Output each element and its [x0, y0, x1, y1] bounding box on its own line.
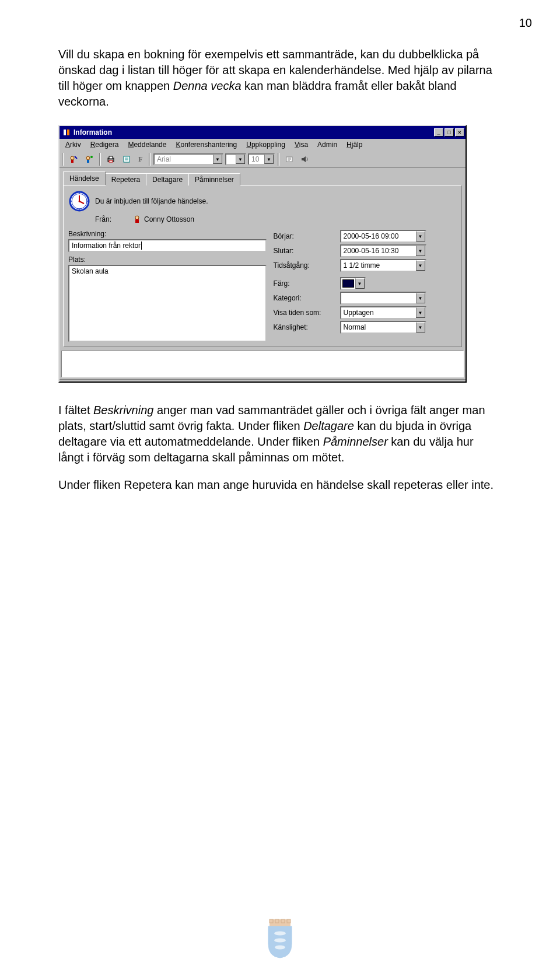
titlebar[interactable]: Information _ □ × [60, 126, 466, 139]
kanslighet-label: Känslighet: [274, 323, 338, 331]
invitation-text: Du är inbjuden till följande händelse. [95, 197, 208, 205]
toolbar-divider [62, 153, 64, 166]
minimize-button[interactable]: _ [434, 128, 443, 136]
menu-arkiv[interactable]: Arkiv [62, 140, 85, 149]
intro-paragraph-1: Vill du skapa en bokning för exempelvis … [58, 47, 502, 110]
para-3: Under fliken Repetera kan man ange huruv… [58, 477, 502, 493]
tab-handelse[interactable]: Händelse [63, 172, 106, 185]
tidsatgang-label: Tidsåtgång: [274, 261, 338, 270]
svg-rect-9 [109, 160, 113, 162]
chevron-down-icon: ▼ [416, 231, 425, 242]
slutar-value: 2000-05-16 10:30 [344, 247, 399, 255]
kanslighet-combo[interactable]: Normal ▼ [340, 321, 426, 334]
chevron-down-icon: ▼ [416, 260, 425, 271]
para-2: I fältet Beskrivning anger man vad samma… [58, 402, 502, 466]
font-size-select[interactable]: 10 ▼ [248, 153, 275, 165]
svg-rect-3 [71, 160, 74, 163]
plats-value: Skolan aula [72, 267, 108, 275]
toolbar: F Arial ▼ ▼ 10 ▼ [60, 150, 466, 168]
menu-konferenshantering[interactable]: Konferenshantering [172, 140, 240, 149]
beskrivning-value: Information från rektor [72, 242, 141, 250]
toolbar-btn-2[interactable] [82, 153, 96, 166]
font-size: 10 [251, 155, 259, 163]
chevron-down-icon: ▼ [416, 322, 425, 332]
borjar-label: Börjar: [274, 232, 338, 240]
text: I fältet [58, 404, 93, 416]
sound-icon[interactable] [298, 153, 312, 166]
beskrivning-label: Beskrivning: [68, 230, 267, 238]
svg-rect-10 [124, 156, 130, 162]
menu-redigera[interactable]: Redigera [87, 140, 123, 149]
svg-point-6 [90, 156, 93, 158]
tidsatgang-value: 1 1/2 timme [344, 261, 380, 270]
visa-tiden-combo[interactable]: Upptagen ▼ [340, 306, 426, 319]
kanslighet-value: Normal [344, 323, 366, 331]
menu-visa[interactable]: Visa [291, 140, 312, 149]
close-button[interactable]: × [455, 128, 464, 136]
window-title: Information [74, 128, 434, 136]
menu-bar: Arkiv Redigera Meddelande Konferenshante… [60, 139, 466, 150]
italic-denna-vecka: Denna vecka [173, 79, 242, 92]
visa-tiden-value: Upptagen [344, 309, 374, 317]
menu-uppkoppling[interactable]: Uppkoppling [243, 140, 289, 149]
svg-point-18 [79, 201, 80, 202]
toolbar-divider [149, 153, 150, 166]
tab-deltagare[interactable]: Deltagare [146, 173, 189, 186]
chevron-down-icon: ▼ [264, 155, 274, 164]
farg-label: Färg: [274, 279, 338, 288]
svg-rect-24 [135, 219, 139, 223]
window-border [60, 379, 466, 382]
svg-point-2 [71, 156, 74, 160]
clock-icon [68, 190, 90, 212]
plats-textarea[interactable]: Skolan aula [68, 265, 267, 342]
chevron-down-icon: ▼ [355, 278, 365, 289]
svg-point-23 [135, 216, 139, 219]
bold-button[interactable]: F [135, 153, 146, 166]
italic-paminnelser: Påminnelser [323, 435, 388, 448]
person-icon [132, 215, 142, 224]
chevron-down-icon: ▼ [236, 155, 245, 164]
slutar-combo[interactable]: 2000-05-16 10:30 ▼ [340, 244, 426, 257]
svg-rect-1 [67, 130, 69, 135]
font-name: Arial [157, 155, 171, 163]
tab-panel-handelse: Du är inbjuden till följande händelse. F… [63, 185, 462, 347]
toolbar-divider [278, 153, 279, 166]
kategori-combo[interactable]: ▼ [340, 292, 426, 304]
tab-paminnelser[interactable]: Påminnelser [188, 173, 240, 186]
font-select[interactable]: Arial ▼ [153, 153, 223, 165]
toolbar-divider [99, 153, 101, 166]
toolbar-btn-1[interactable] [66, 153, 80, 166]
menu-admin[interactable]: Admin [314, 140, 341, 149]
svg-rect-5 [87, 160, 89, 163]
menu-meddelande[interactable]: Meddelande [124, 140, 170, 149]
svg-point-4 [86, 156, 90, 160]
plats-label: Plats: [68, 256, 267, 264]
toolbar-btn-4[interactable] [120, 153, 134, 166]
tidsatgang-combo[interactable]: 1 1/2 timme ▼ [340, 259, 426, 272]
tab-strip: Händelse Repetera Deltagare Påminnelser [60, 168, 466, 185]
tab-repetera[interactable]: Repetera [105, 173, 146, 186]
visa-tiden-label: Visa tiden som: [274, 309, 338, 317]
chevron-down-icon: ▼ [416, 307, 425, 318]
svg-rect-8 [109, 156, 113, 159]
chevron-down-icon: ▼ [416, 246, 425, 256]
chevron-down-icon: ▼ [213, 155, 222, 164]
svg-rect-0 [64, 130, 66, 135]
font-style-select[interactable]: ▼ [225, 153, 246, 165]
toolbar-btn-5[interactable] [282, 153, 296, 166]
page-number: 10 [519, 16, 532, 30]
information-window: Information _ □ × Arkiv Redigera Meddela… [58, 125, 467, 383]
kategori-label: Kategori: [274, 294, 338, 302]
slutar-label: Slutar: [274, 247, 338, 255]
beskrivning-input[interactable]: Information från rektor [68, 239, 267, 252]
app-icon [62, 128, 71, 137]
from-label: Från: [95, 215, 127, 223]
menu-hjalp[interactable]: Hjälp [343, 140, 366, 149]
farg-combo[interactable]: ▼ [340, 277, 366, 290]
color-swatch [342, 279, 354, 288]
borjar-combo[interactable]: 2000-05-16 09:00 ▼ [340, 230, 426, 243]
from-value: Conny Ottosson [144, 215, 194, 223]
borjar-value: 2000-05-16 09:00 [344, 232, 399, 240]
maximize-button[interactable]: □ [444, 128, 454, 136]
print-icon[interactable] [104, 153, 118, 166]
